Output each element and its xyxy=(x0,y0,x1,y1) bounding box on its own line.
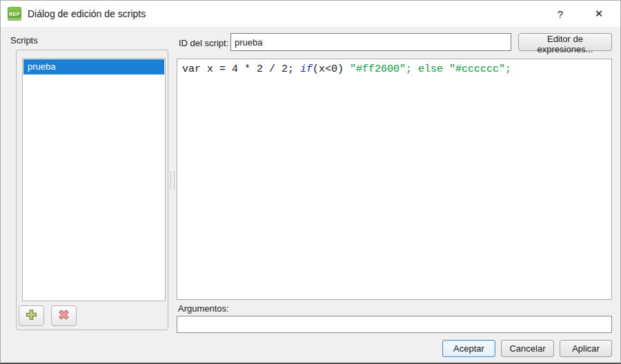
code-line: var x = 4 * 2 / 2; if(x<0) "#ff2600"; el… xyxy=(182,63,607,75)
titlebar-controls: ? ✕ xyxy=(544,1,615,27)
cancel-button[interactable]: Cancelar xyxy=(501,340,554,357)
script-id-input[interactable] xyxy=(230,33,511,51)
help-button[interactable]: ? xyxy=(544,1,576,27)
expression-editor-button[interactable]: Editor de expresiones... xyxy=(518,33,612,51)
list-item[interactable]: prueba xyxy=(23,59,164,74)
cross-icon xyxy=(58,309,70,323)
code-token: "#ff2600"; else "#cccccc"; xyxy=(350,63,511,75)
title-bar: REP Diálog de edición de scripts ? ✕ xyxy=(1,1,620,27)
code-token: var x = 4 * 2 / 2; xyxy=(182,63,300,75)
add-script-button[interactable] xyxy=(19,305,44,326)
rep-app-icon: REP xyxy=(8,7,21,21)
splitter-handle[interactable] xyxy=(170,172,175,190)
close-button[interactable]: ✕ xyxy=(583,1,615,27)
arguments-input[interactable] xyxy=(177,316,612,333)
arguments-label: Argumentos: xyxy=(178,303,229,314)
apply-button[interactable]: Aplicar xyxy=(560,340,612,357)
delete-script-button[interactable] xyxy=(51,305,77,326)
scripts-label: Scripts xyxy=(10,35,38,46)
accept-button[interactable]: Aceptar xyxy=(442,340,495,357)
scripts-panel: prueba xyxy=(16,50,168,330)
code-token: (x<0) xyxy=(313,63,350,75)
script-edit-dialog: REP Diálog de edición de scripts ? ✕ Scr… xyxy=(0,0,621,364)
plus-icon xyxy=(26,309,37,323)
code-token: if xyxy=(300,63,313,75)
scripts-list[interactable]: prueba xyxy=(22,58,166,301)
script-id-label: ID del script: xyxy=(179,38,228,48)
code-editor[interactable]: var x = 4 * 2 / 2; if(x<0) "#ff2600"; el… xyxy=(177,59,612,300)
window-title: Diálog de edición de scripts xyxy=(28,8,146,19)
